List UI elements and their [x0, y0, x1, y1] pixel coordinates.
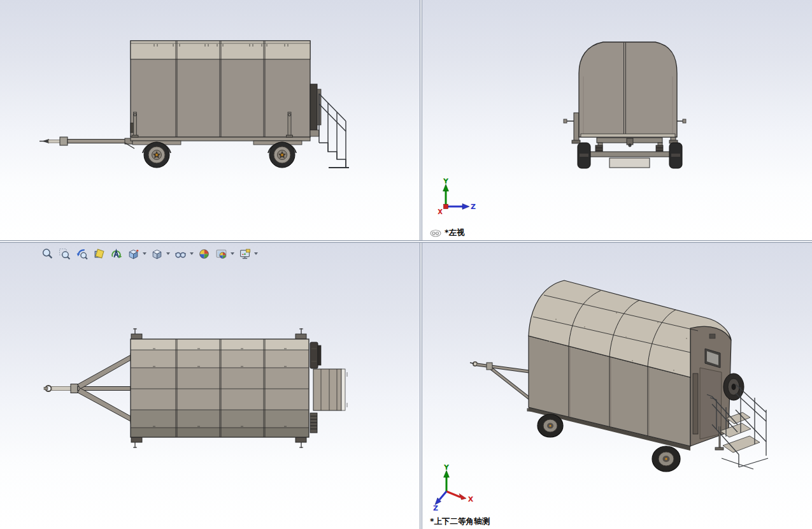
previous-view-icon[interactable] — [75, 247, 89, 261]
viewport-left-view[interactable]: Y Z X *左视 — [422, 0, 812, 240]
orientation-triad-iso: Y X Z — [432, 465, 490, 512]
hide-show-items-dropdown[interactable] — [190, 252, 194, 255]
rear-fan-top[interactable] — [310, 342, 321, 368]
viewport-label-isometric: *上下二等角轴测 — [430, 516, 490, 527]
display-style-icon[interactable] — [150, 247, 164, 261]
heads-up-view-toolbar — [41, 246, 258, 261]
zoom-to-fit-icon[interactable] — [41, 247, 54, 261]
side-view-canvas — [0, 0, 420, 240]
hide-show-items-icon[interactable] — [174, 247, 187, 261]
trailer-roof-top[interactable] — [131, 339, 309, 437]
spare-corrugated-top[interactable] — [310, 413, 317, 433]
viewport-splitter-vertical[interactable] — [420, 0, 422, 529]
viewport-label-text: *左视 — [445, 228, 465, 238]
axis-y-label: Y — [443, 465, 450, 472]
viewport-isometric-view[interactable]: Y X Z *上下二等角轴测 — [422, 243, 812, 529]
hub-left — [580, 154, 588, 157]
axis-x-label: X — [438, 208, 443, 215]
wheel-front-iso[interactable] — [538, 414, 563, 437]
cad-multi-viewport-window: Y Z X *左视 — [0, 0, 812, 529]
viewport-splitter-horizontal[interactable] — [0, 240, 812, 243]
apply-scene-icon[interactable] — [215, 247, 228, 261]
axis-x-label: X — [468, 495, 474, 504]
drawbar-side[interactable] — [39, 137, 134, 149]
viewport-side-view[interactable] — [0, 0, 420, 240]
viewport-top-view[interactable] — [0, 243, 420, 529]
display-style-dropdown[interactable] — [166, 252, 170, 255]
top-view-canvas — [0, 243, 420, 529]
zoom-to-area-icon[interactable] — [58, 247, 71, 261]
drawbar-iso[interactable] — [470, 362, 536, 411]
axis-z-label: Z — [471, 203, 476, 211]
axis-z-label: Z — [433, 504, 438, 512]
viewport-label-text: *上下二等角轴测 — [430, 516, 490, 527]
dynamic-annotation-views-icon[interactable] — [110, 247, 123, 261]
view-settings-icon[interactable] — [238, 247, 252, 261]
wheel-front[interactable] — [144, 142, 169, 168]
boarding-stairs-side[interactable] — [319, 94, 349, 168]
undercarriage-front[interactable] — [580, 138, 680, 168]
viewport-label-left-view: *左视 — [430, 228, 465, 238]
view-orientation-icon[interactable] — [127, 247, 140, 261]
edit-appearance-icon[interactable] — [197, 247, 211, 261]
stairs-platform-top[interactable] — [313, 369, 347, 410]
view-orientation-dropdown[interactable] — [143, 252, 146, 255]
wheel-rear-iso[interactable] — [652, 446, 680, 472]
trailer-body-side[interactable] — [131, 41, 310, 137]
orientation-triad-front: Y Z X — [434, 178, 485, 217]
wheel-rear[interactable] — [269, 142, 295, 168]
trailer-body-front[interactable] — [579, 42, 677, 137]
apply-scene-dropdown[interactable] — [231, 252, 234, 255]
crank-bracket-left[interactable] — [564, 113, 580, 143]
hub-right — [671, 154, 680, 157]
linked-view-icon — [430, 229, 441, 237]
axis-y-label: Y — [443, 178, 449, 185]
drawbar-top[interactable] — [44, 353, 136, 423]
section-view-icon[interactable] — [92, 247, 106, 261]
view-settings-dropdown[interactable] — [254, 252, 258, 255]
